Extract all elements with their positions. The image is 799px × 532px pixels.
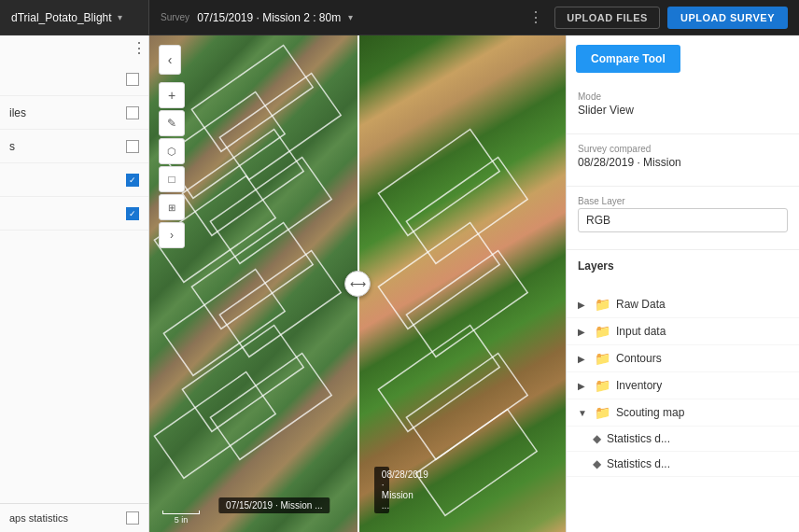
zoom-in-button[interactable]: +	[159, 82, 185, 108]
back-arrow-icon: ‹	[168, 52, 173, 67]
survey-compared-value: 08/28/2019 · Mission	[578, 156, 788, 169]
layer-arrow-icon: ▶	[578, 381, 589, 391]
sidebar-checkbox-0[interactable]	[126, 73, 139, 86]
layer-statistics-2[interactable]: ◆ Statistics d...	[567, 452, 799, 477]
svg-rect-6	[191, 222, 313, 329]
svg-rect-17	[406, 353, 527, 459]
svg-rect-12	[378, 129, 499, 235]
svg-rect-15	[406, 250, 527, 357]
polygon-button[interactable]: ⬡	[159, 138, 185, 164]
base-layer-input[interactable]	[578, 208, 788, 232]
layer-input-data[interactable]: ▶ 📁 Input data	[567, 318, 799, 345]
compare-tool-section: Compare Tool	[567, 35, 799, 86]
layer-label-contours: Contours	[616, 352, 788, 365]
survey-info: Survey 07/15/2019 · Mission 2 : 80m ▾	[149, 11, 517, 24]
compare-tool-button[interactable]: Compare Tool	[576, 45, 680, 73]
project-selector[interactable]: dTrial_Potato_Blight ▾	[0, 0, 149, 35]
base-layer-section: Base Layer	[567, 190, 799, 245]
upload-survey-button[interactable]: UPLOAD SURVEY	[667, 7, 788, 29]
mode-section: Mode Slider View	[567, 86, 799, 130]
panel-divider-2	[567, 186, 799, 187]
sidebar-footer-checkbox[interactable]	[126, 511, 139, 525]
sidebar-item-4[interactable]	[0, 197, 148, 231]
diamond-icon: ◆	[593, 432, 601, 445]
sidebar-item-label-1: iles	[9, 106, 126, 119]
map-label-right: 08/28/2019 · Mission ...	[374, 467, 389, 513]
scale-bar	[162, 511, 200, 514]
layer-scouting-map[interactable]: ▼ 📁 Scouting map	[567, 399, 799, 427]
project-name: dTrial_Potato_Blight	[11, 11, 112, 24]
layer-label-inventory: Inventory	[616, 379, 788, 392]
sidebar-item-0[interactable]	[0, 63, 148, 96]
slider-handle-icon: ⟷	[350, 277, 366, 290]
svg-rect-3	[182, 129, 303, 235]
layer-contours[interactable]: ▶ 📁 Contours	[567, 345, 799, 372]
survey-chevron-icon: ▾	[348, 12, 353, 22]
sidebar-footer-label: aps statistics	[9, 512, 68, 524]
header-actions: UPLOAD FILES UPLOAD SURVEY	[554, 7, 799, 29]
draw-button[interactable]: ✎	[159, 110, 185, 136]
svg-rect-0	[191, 45, 313, 151]
svg-rect-14	[378, 222, 499, 329]
sidebar-item-1[interactable]: iles	[0, 96, 148, 130]
map-back-arrow[interactable]: ‹	[159, 45, 181, 75]
layer-raw-data[interactable]: ▶ 📁 Raw Data	[567, 291, 799, 318]
base-layer-label: Base Layer	[578, 196, 788, 206]
map-scale: 5 in	[162, 511, 200, 525]
svg-rect-18	[415, 409, 537, 515]
folder-icon: 📁	[595, 297, 610, 312]
sidebar-checkbox-2[interactable]	[126, 140, 139, 153]
scale-label: 5 in	[175, 515, 189, 525]
layers-header: Layers	[567, 254, 799, 284]
right-panel: Compare Tool Mode Slider View Survey com…	[566, 35, 799, 532]
survey-compared-label: Survey compared	[578, 144, 788, 154]
layers-title: Layers	[578, 259, 788, 273]
survey-value: 07/15/2019 · Mission 2 : 80m	[197, 11, 341, 24]
layer-label-input: Input data	[616, 325, 788, 338]
header-menu-dots[interactable]: ⋮	[517, 8, 554, 26]
rect-button[interactable]: □	[159, 166, 185, 192]
folder-icon: 📁	[595, 351, 610, 366]
layer-statistics-1[interactable]: ◆ Statistics d...	[567, 427, 799, 452]
slider-handle[interactable]: ⟷	[344, 271, 371, 297]
layer-arrow-icon: ▶	[578, 327, 589, 337]
panel-divider-1	[567, 133, 799, 134]
panel-divider-3	[567, 249, 799, 250]
survey-label: Survey	[161, 12, 189, 22]
sidebar-checkbox-1[interactable]	[126, 106, 139, 119]
header: dTrial_Potato_Blight ▾ Survey 07/15/2019…	[0, 0, 799, 35]
sidebar-header: ⋮	[0, 35, 148, 63]
layer-label-stats2: Statistics d...	[607, 457, 788, 470]
map-toolbar: + ✎ ⬡ □ ⊞ ›	[159, 82, 185, 248]
sidebar-footer: aps statistics	[0, 503, 148, 532]
sidebar-checkbox-3[interactable]	[126, 174, 139, 187]
sidebar-item-2[interactable]: s	[0, 130, 148, 163]
sidebar-item-3[interactable]	[0, 163, 148, 197]
sidebar-item-label-2: s	[9, 140, 126, 153]
folder-icon: 📁	[595, 378, 610, 393]
layer-label-raw: Raw Data	[616, 298, 788, 311]
mode-value: Slider View	[578, 104, 788, 117]
map-background: ⟷ ‹ + ✎ ⬡ □ ⊞ › 07/15/2019 · Mission ...…	[149, 35, 566, 532]
measure-button[interactable]: ⊞	[159, 194, 185, 220]
map-area[interactable]: ⟷ ‹ + ✎ ⬡ □ ⊞ › 07/15/2019 · Mission ...…	[149, 35, 566, 532]
layer-expand-icon: ▼	[578, 408, 589, 418]
sidebar-checkbox-4[interactable]	[126, 207, 139, 220]
diamond-icon: ◆	[593, 457, 601, 470]
expand-button[interactable]: ›	[159, 222, 185, 248]
svg-rect-13	[406, 157, 527, 263]
layer-inventory[interactable]: ▶ 📁 Inventory	[567, 372, 799, 399]
folder-icon: 📁	[595, 405, 610, 420]
survey-compared-section: Survey compared 08/28/2019 · Mission	[567, 138, 799, 182]
layer-label-stats1: Statistics d...	[607, 432, 788, 445]
sidebar-menu-dots[interactable]: ⋮	[132, 39, 147, 57]
layer-arrow-icon: ▶	[578, 354, 589, 364]
map-label-left: 07/15/2019 · Mission ...	[218, 497, 329, 513]
layer-arrow-icon: ▶	[578, 300, 589, 310]
folder-icon: 📁	[595, 324, 610, 339]
upload-files-button[interactable]: UPLOAD FILES	[554, 7, 660, 29]
project-chevron-icon: ▾	[118, 12, 122, 22]
layers-list: ▶ 📁 Raw Data ▶ 📁 Input data ▶ 📁 Contours…	[567, 284, 799, 484]
left-sidebar: ⋮ iles s aps statistics	[0, 35, 149, 532]
svg-rect-16	[378, 325, 499, 431]
